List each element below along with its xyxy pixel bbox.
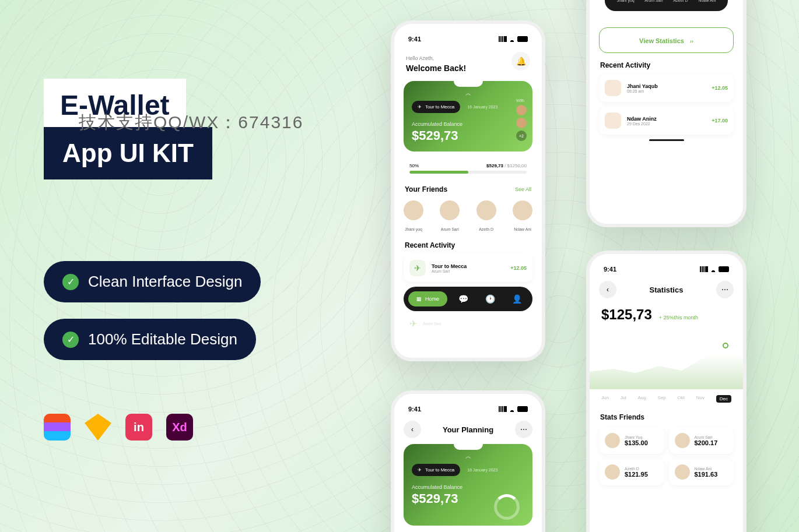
phone-planning: 9:41 ‹ Your Planning ⋯ ︽ ✈Tour to Mecca … [391, 390, 545, 532]
stats-delta: + 25%this month [659, 315, 698, 320]
battery-icon [517, 406, 528, 412]
pill-2-text: 100% Editable Design [88, 330, 237, 348]
friend-item[interactable]: Ndaw Ani [513, 200, 532, 233]
activity-item[interactable]: Ndaw Aninz29 Des 2022 +17.00 [599, 107, 734, 135]
month-tab[interactable]: Jun [601, 395, 609, 403]
nav-chat[interactable]: 💬 [452, 294, 474, 304]
month-tab[interactable]: Nov [696, 395, 705, 403]
bottom-nav: ▦Home 💬 🕐 👤 [404, 287, 532, 311]
balance-card[interactable]: ︽ ✈Tour to Mecca 16 January 2023 Accumul… [404, 444, 532, 526]
page-title: Statistics [650, 286, 684, 294]
battery-icon [719, 266, 729, 272]
stat-card[interactable]: Ndaw Ani$191.63 [669, 459, 734, 485]
more-avatars[interactable]: +2 [516, 131, 527, 141]
feature-pill-2: ✓ 100% Editable Design [44, 319, 256, 360]
title-box-2: App UI KIT [44, 127, 212, 179]
signal-icon [499, 406, 507, 412]
view-statistics-button[interactable]: View Statistics›› [599, 27, 734, 53]
check-icon: ✓ [62, 274, 79, 290]
stat-card[interactable]: Azeth D$121.95 [599, 459, 664, 485]
month-tab[interactable]: Okt [678, 395, 685, 403]
status-bar: 9:41 [599, 263, 734, 275]
friend-item[interactable]: Jhani yoq [404, 200, 423, 233]
progress-percent: 50% [409, 163, 419, 168]
friend-item[interactable]: Azeth D [476, 200, 496, 233]
stats-chart[interactable] [590, 331, 743, 389]
home-indicator [649, 139, 684, 141]
month-tab[interactable]: Sep [658, 395, 666, 403]
avatar [675, 433, 690, 448]
progress-card: 50% $529,73 / $1250,00 [404, 158, 532, 178]
greeting-small: Hello Azeth, [406, 55, 434, 61]
battery-icon [517, 36, 528, 42]
month-selector: Jun Jul Aug Sep Okt Nov Dec [599, 395, 734, 403]
with-label: With [516, 98, 527, 103]
month-tab-active[interactable]: Dec [716, 395, 731, 403]
avatar [513, 200, 532, 220]
activity-heading: Recent Activity [405, 241, 455, 249]
avatar [605, 80, 621, 96]
check-icon: ✓ [62, 332, 79, 348]
trip-date: 16 January 2023 [467, 105, 497, 109]
activity-item[interactable]: Jhani Yaqub08:20 am +12.05 [599, 74, 734, 102]
balance-card[interactable]: ︽ ✈Tour to Mecca 16 January 2023 Accumul… [404, 81, 532, 152]
avatar [675, 464, 690, 480]
month-tab[interactable]: Aug [638, 395, 646, 403]
nav-profile[interactable]: 👤 [506, 294, 528, 304]
stat-card[interactable]: Jhani Yoq$135.00 [599, 427, 664, 454]
avatar [404, 200, 423, 220]
nav-history[interactable]: 🕐 [479, 294, 501, 304]
balance-label: Accumulated Balance [412, 484, 524, 490]
nav-home[interactable]: ▦Home [408, 291, 447, 306]
back-button[interactable]: ‹ [599, 281, 616, 298]
trip-chip[interactable]: ✈Tour to Mecca [412, 101, 460, 113]
status-bar: 9:41 [404, 403, 532, 415]
friend-item[interactable]: Azeth D [673, 0, 688, 4]
avatar [605, 112, 621, 129]
feature-pill-1: ✓ Clean Interface Design [44, 261, 261, 302]
friend-item[interactable]: Arum Sari [644, 0, 663, 4]
chevron-up-icon: ︽ [412, 452, 524, 460]
trip-chip[interactable]: ✈Tour to Mecca [412, 464, 460, 476]
title-appkit: App UI KIT [62, 139, 194, 168]
friend-item[interactable]: Jhani yoq [617, 0, 635, 4]
more-button[interactable]: ⋯ [515, 421, 532, 438]
friend-item[interactable]: Ndaw Ani [699, 0, 716, 4]
plane-icon: ✈ [418, 104, 422, 110]
avatar [440, 200, 460, 220]
stats-amount: $125,73 [601, 306, 652, 323]
grid-icon: ▦ [416, 296, 422, 302]
friend-item[interactable]: Arum Sari [440, 200, 460, 233]
chevron-right-icon: ›› [690, 38, 693, 44]
see-all-link[interactable]: See All [515, 186, 531, 192]
pill-1-text: Clean Interface Design [88, 273, 242, 291]
chevron-up-icon: ︽ [412, 89, 524, 97]
back-button[interactable]: ‹ [404, 421, 421, 438]
activity-item[interactable]: ✈ Tour to MeccaArum Sari +12.05 [404, 254, 532, 282]
friends-heading: Your Friends [405, 185, 447, 193]
avatar[interactable] [516, 105, 527, 115]
status-bar: 9:41 [404, 33, 532, 45]
stats-friends-heading: Stats Friends [600, 413, 644, 421]
avatar [605, 433, 620, 448]
wifi-icon [509, 36, 516, 42]
marketing-panel: E-Wallet 技术支持QQ/WX：674316 App UI KIT ✓ C… [44, 79, 335, 376]
with-avatars: With +2 [516, 98, 527, 141]
month-tab[interactable]: Jul [621, 395, 626, 403]
phone-home: 9:41 Hello Azeth, Welcome Back! 🔔 ︽ ✈Tou… [391, 20, 545, 361]
friends-row: Jhani yoq Arum Sari Azeth D Ndaw Ani [404, 198, 532, 235]
status-time: 9:41 [604, 266, 616, 273]
signal-icon [499, 36, 507, 42]
avatar [476, 200, 496, 220]
title-box-1: E-Wallet 技术支持QQ/WX：674316 [44, 79, 186, 132]
notification-button[interactable]: 🔔 [511, 52, 530, 71]
progress-ring [494, 494, 520, 520]
more-button[interactable]: ⋯ [716, 281, 734, 298]
phone-statistics: 9:41 ‹ Statistics ⋯ $125,73 + 25%this mo… [586, 251, 747, 532]
signal-icon [700, 266, 708, 272]
plane-icon: ✈ [418, 467, 422, 473]
greeting-title: Welcome Back! [406, 64, 466, 73]
plane-icon: ✈ [409, 318, 417, 329]
avatar[interactable] [516, 118, 527, 128]
stat-card[interactable]: Arum Sari$200.17 [669, 427, 734, 454]
